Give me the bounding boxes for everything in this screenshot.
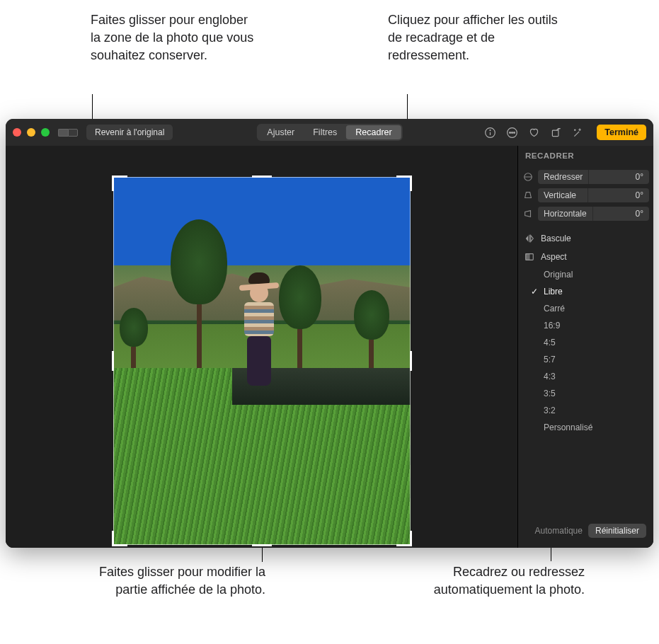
aspect-4-5[interactable]: 4:5 [544,334,653,351]
straighten-label: Redresser [538,170,588,184]
svg-point-6 [514,132,515,133]
vertical-label: Verticale [538,188,588,202]
svg-rect-7 [553,130,559,137]
crop-handle-bottom-left[interactable] [112,531,127,546]
more-icon[interactable] [506,127,518,139]
horizontal-value[interactable]: 0° [592,207,649,221]
callout-click-tools: Cliquez pour afficher les outils de reca… [388,11,565,65]
favorite-icon[interactable] [528,127,540,139]
crop-handle-right[interactable] [410,351,412,371]
horizontal-row[interactable]: Horizontale 0° [518,205,653,222]
callout-line [407,94,408,122]
vertical-value[interactable]: 0° [588,188,649,202]
tab-filters[interactable]: Filtres [304,125,346,139]
straighten-value[interactable]: 0° [588,170,649,184]
svg-rect-11 [526,254,529,260]
fullscreen-window-button[interactable] [41,128,50,137]
straighten-row[interactable]: Redresser 0° [518,168,653,185]
svg-point-4 [510,132,511,133]
crop-sidebar: RECADRER Redresser 0° Verticale 0° [517,146,653,548]
revert-to-original-button[interactable]: Revenir à l'original [86,125,173,140]
crop-handle-top-right[interactable] [396,176,412,191]
horizontal-label: Horizontale [538,207,592,221]
svg-point-5 [512,132,513,133]
vertical-row[interactable]: Verticale 0° [518,187,653,204]
aspect-free[interactable]: Libre [544,283,653,300]
aspect-4-3[interactable]: 4:3 [544,368,653,385]
toolbar: Revenir à l'original Ajuster Filtres Rec… [6,119,653,146]
aspect-5-7[interactable]: 5:7 [544,351,653,368]
aspect-custom[interactable]: Personnalisé [544,419,653,436]
crop-frame[interactable] [113,177,411,545]
flip-icon [524,234,535,243]
aspect-3-5[interactable]: 3:5 [544,385,653,402]
app-window: Revenir à l'original Ajuster Filtres Rec… [6,119,653,548]
sidebar-toggle[interactable] [58,129,78,137]
done-button[interactable]: Terminé [597,125,646,140]
callout-auto-recrop: Recadrez ou redressez automatiquement la… [386,563,585,599]
aspect-row[interactable]: Aspect [518,248,653,266]
horizontal-perspective-icon [522,209,534,219]
rotate-icon[interactable] [550,127,562,139]
callout-drag-keep: Faites glisser pour englober la zone de … [91,11,260,65]
crop-handle-left[interactable] [112,351,114,371]
aspect-original[interactable]: Original [544,266,653,283]
magic-icon[interactable] [572,127,584,139]
reset-crop-button[interactable]: Réinitialiser [588,524,646,538]
window-controls [13,128,50,137]
minimize-window-button[interactable] [27,128,35,137]
edit-mode-tabs: Ajuster Filtres Recadrer [256,124,402,141]
sidebar-title: RECADRER [518,146,653,168]
tab-adjust[interactable]: Ajuster [258,125,304,139]
auto-crop-button[interactable]: Automatique [535,526,583,536]
vertical-perspective-icon [522,190,534,200]
svg-point-2 [490,130,491,130]
photo-preview[interactable] [113,177,411,545]
callout-drag-change: Faites glisser pour modifier la partie a… [92,563,265,599]
flip-label: Bascule [541,234,571,243]
aspect-icon [524,252,535,262]
aspect-label: Aspect [541,252,567,262]
info-icon[interactable] [484,127,496,139]
straighten-icon [522,172,534,182]
close-window-button[interactable] [13,128,21,137]
crop-handle-top[interactable] [252,176,272,178]
crop-handle-top-left[interactable] [112,176,127,191]
aspect-square[interactable]: Carré [544,300,653,317]
aspect-options: Original Libre Carré 16:9 4:5 5:7 4:3 3:… [518,266,653,436]
photo-canvas [6,146,517,548]
aspect-16-9[interactable]: 16:9 [544,317,653,334]
flip-row[interactable]: Bascule [518,229,653,248]
aspect-3-2[interactable]: 3:2 [544,402,653,419]
crop-handle-bottom-right[interactable] [396,531,412,546]
tab-crop[interactable]: Recadrer [346,125,401,139]
crop-handle-bottom[interactable] [252,544,272,546]
